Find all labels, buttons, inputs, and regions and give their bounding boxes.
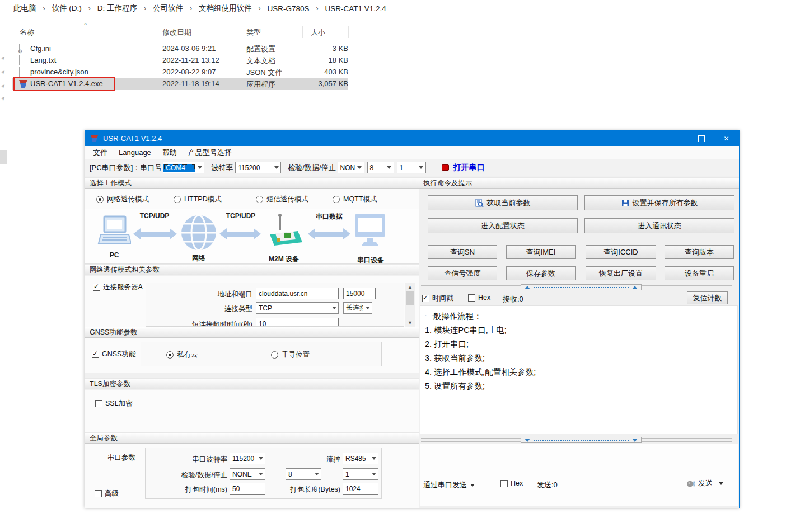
scrollbar-thumb[interactable] — [406, 291, 414, 305]
send-via-dropdown[interactable]: 通过串口发送 — [423, 480, 475, 490]
short-conn-timeout-input[interactable] — [256, 318, 339, 327]
column-divider[interactable] — [240, 26, 240, 38]
splitter-handle[interactable] — [521, 284, 642, 290]
hex-send-checkbox[interactable]: Hex — [500, 479, 523, 487]
file-type: 配置设置 — [246, 44, 275, 54]
server-address-input[interactable] — [256, 288, 339, 299]
global-parity-select[interactable]: NONE — [230, 468, 265, 480]
column-divider[interactable] — [302, 26, 303, 38]
scroll-down-icon[interactable]: ▼ — [405, 318, 415, 327]
server-a-checkbox[interactable]: 连接服务器A — [93, 283, 143, 292]
screen: 此电脑› 软件 (D:)› D: 工作程序› 公司软件› 文档组使用软件› US… — [0, 0, 786, 532]
menu-language[interactable]: Language — [113, 146, 157, 159]
radio-httpd-mode[interactable]: HTTPD模式 — [174, 195, 222, 204]
global-data-bits-select[interactable]: 8 — [286, 468, 321, 480]
conn-type-select[interactable]: TCP — [256, 302, 339, 314]
checkbox-icon — [422, 295, 429, 302]
query-imei-button[interactable]: 查询IMEI — [506, 245, 576, 259]
flow-label: 流控 — [307, 455, 340, 464]
file-row-lang-txt[interactable]: Lang.txt 2022-11-21 13:12 文本文档 18 KB — [12, 55, 348, 67]
pack-len-label: 打包长度(Bytes) — [280, 485, 340, 495]
radio-net-transparent-mode[interactable]: 网络透传模式 — [96, 195, 149, 204]
receive-log-area[interactable]: 一般操作流程： 1. 模块连PC串口,上电; 2. 打开串口; 3. 获取当前参… — [420, 305, 738, 434]
parity-select[interactable]: NONI — [338, 162, 364, 173]
device-restart-button[interactable]: 设备重启 — [665, 266, 734, 280]
splitter-handle[interactable] — [521, 437, 642, 443]
breadcrumb-item-usr-g780s[interactable]: USR-G780S — [264, 3, 313, 14]
menu-help[interactable]: 帮助 — [157, 146, 183, 159]
radio-mqtt-mode[interactable]: MQTT模式 — [333, 195, 377, 204]
breadcrumb-item-this-pc[interactable]: 此电脑 — [10, 2, 40, 15]
query-version-button[interactable]: 查询版本 — [665, 245, 734, 259]
scroll-up-icon[interactable]: ▲ — [405, 283, 415, 291]
column-header-type[interactable]: 类型 — [246, 27, 261, 37]
file-row-cfg-ini[interactable]: ⚙ Cfg.ini 2024-03-06 9:21 配置设置 3 KB — [12, 43, 348, 55]
link3-label: 串口数据 — [301, 212, 357, 222]
file-size: 403 KB — [297, 68, 348, 76]
server-a-section: 连接服务器A 地址和端口 连接类型 TCP 长连接 短连接超时时间(秒) ▲ ▼ — [85, 276, 419, 327]
save-params-button[interactable]: 保存参数 — [506, 266, 576, 280]
serial-params-label: [PC串口参数]：串口号 — [90, 163, 162, 173]
set-save-all-button[interactable]: 设置并保存所有参数 — [584, 195, 734, 210]
button-label: 设备重启 — [685, 269, 714, 279]
column-header-size[interactable]: 大小 — [311, 27, 325, 37]
enter-config-button[interactable]: 进入配置状态 — [428, 218, 578, 233]
text-file-icon — [19, 56, 27, 65]
factory-reset-button[interactable]: 恢复出厂设置 — [586, 266, 656, 280]
enter-comm-button[interactable]: 进入通讯状态 — [584, 218, 734, 233]
timestamp-checkbox[interactable]: 时间戳 — [422, 294, 453, 303]
query-iccid-button[interactable]: 查询ICCID — [586, 245, 656, 259]
baud-select[interactable]: 115200 — [235, 162, 281, 173]
title-bar[interactable]: USR-CAT1 V1.2.4 — [85, 131, 739, 146]
breadcrumb-item-usr-cat1[interactable]: USR-CAT1 V1.2.4 — [322, 3, 390, 14]
checkbox-label: Hex — [478, 294, 490, 302]
get-params-button[interactable]: 获取当前参数 — [428, 195, 578, 210]
minimize-button[interactable] — [663, 131, 689, 146]
breadcrumb-item-company-software[interactable]: 公司软件 — [149, 2, 186, 15]
menu-product-model[interactable]: 产品型号选择 — [183, 146, 237, 159]
close-button[interactable] — [714, 131, 739, 146]
flow-select[interactable]: RS485 — [343, 453, 378, 464]
reset-count-button[interactable]: 复位计数 — [687, 291, 728, 304]
breadcrumb-item-work-folder[interactable]: D: 工作程序 — [94, 2, 141, 15]
sort-ascending-icon[interactable]: ^ — [84, 22, 87, 29]
data-bits-select[interactable]: 8 — [367, 162, 394, 173]
radio-label: MQTT模式 — [343, 195, 377, 204]
column-divider[interactable] — [348, 26, 349, 38]
conn-mode-select[interactable]: 长连接 — [343, 302, 372, 314]
pack-time-input[interactable] — [230, 483, 265, 495]
radio-sms-transparent-mode[interactable]: 短信透传模式 — [256, 195, 308, 204]
double-arrow-icon — [219, 228, 261, 240]
global-stop-bits-select[interactable]: 1 — [343, 468, 378, 480]
query-signal-button[interactable]: 查信号强度 — [428, 266, 497, 280]
breadcrumb-item-drive-d[interactable]: 软件 (D:) — [49, 2, 85, 15]
gnss-checkbox[interactable]: GNSS功能 — [92, 350, 135, 359]
radio-qianxun-location[interactable]: 千寻位置 — [271, 350, 310, 360]
menu-file[interactable]: 文件 — [85, 146, 113, 159]
collapse-splitter-top[interactable] — [421, 284, 732, 290]
maximize-button[interactable] — [689, 131, 714, 146]
com-port-select[interactable]: COM4 — [163, 162, 204, 173]
breadcrumb-item-docs-software[interactable]: 文档组使用软件 — [195, 2, 255, 15]
column-header-name[interactable]: 名称 — [20, 27, 34, 37]
column-divider[interactable] — [156, 26, 156, 38]
ssl-checkbox[interactable]: SSL加密 — [95, 399, 133, 408]
send-input-area[interactable] — [420, 444, 738, 506]
advanced-checkbox[interactable]: 高级 — [95, 489, 119, 498]
collapse-splitter-bottom[interactable] — [421, 437, 732, 443]
radio-private-cloud[interactable]: 私有云 — [166, 350, 198, 360]
server-port-input[interactable] — [343, 288, 376, 299]
global-stop-bits-value: 1 — [343, 470, 369, 478]
stop-bits-select[interactable]: 1 — [397, 162, 426, 173]
hex-recv-checkbox[interactable]: Hex — [468, 294, 490, 302]
send-button[interactable]: 发送 — [686, 478, 723, 488]
checkbox-label: Hex — [511, 479, 523, 487]
column-header-date[interactable]: 修改日期 — [162, 27, 191, 37]
global-baud-select[interactable]: 115200 — [230, 453, 265, 464]
open-serial-button[interactable]: 打开串口 — [442, 163, 485, 173]
vertical-scrollbar[interactable]: ▲ ▼ — [405, 283, 415, 327]
query-sn-button[interactable]: 查询SN — [428, 245, 497, 259]
pack-len-input[interactable] — [343, 483, 378, 495]
network-node-label: 网络 — [177, 253, 221, 263]
send-label: 发送 — [698, 478, 713, 488]
